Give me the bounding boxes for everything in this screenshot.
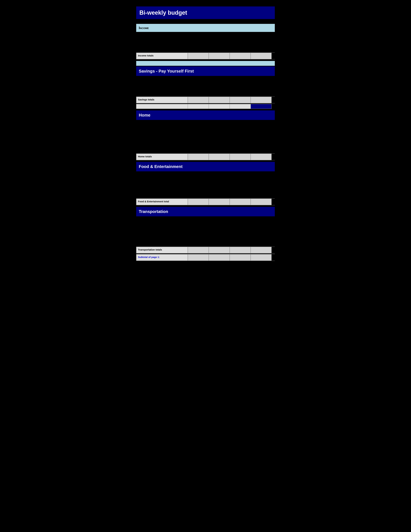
home-totals-row: Home totals — [136, 153, 275, 160]
savings-section: Savings - Pay Yourself First Savings tot… — [136, 61, 275, 109]
savings-totals-row: Savings totals — [136, 96, 275, 103]
income-totals-row: Income totals — [136, 53, 275, 59]
savings-gap-col5 — [251, 104, 271, 109]
main-title: Bi-weekly budget — [136, 6, 275, 19]
food-totals-col4 — [251, 199, 271, 205]
income-totals-label: Income totals — [136, 53, 188, 59]
transportation-totals-col3 — [230, 247, 251, 253]
food-section: Food & Entertainment Food & Entertainmen… — [136, 162, 275, 205]
home-totals-label: Home totals — [136, 154, 188, 160]
title-text: Bi-weekly budget — [140, 9, 187, 16]
food-totals-col2 — [209, 199, 230, 205]
savings-gap-row — [136, 104, 275, 109]
income-totals-col3 — [230, 53, 251, 59]
food-totals-col3 — [230, 199, 251, 205]
savings-gap-col1 — [136, 104, 188, 109]
savings-header: Savings - Pay Yourself First — [136, 66, 275, 76]
transportation-totals-col2 — [209, 247, 230, 253]
income-section: Income Income totals — [136, 24, 275, 59]
transportation-section: Transportation Transportation totals Sub… — [136, 207, 275, 261]
savings-totals-col3 — [230, 97, 251, 103]
savings-totals-col4 — [251, 97, 271, 103]
home-totals-col4 — [251, 154, 271, 160]
savings-gap-col4 — [230, 104, 251, 109]
savings-light-spacer — [136, 61, 275, 66]
subtotal-col1 — [188, 254, 209, 261]
food-totals-col1 — [188, 199, 209, 205]
food-totals-row: Food & Entertainment total — [136, 199, 275, 205]
savings-gap-col2 — [188, 104, 209, 109]
transportation-totals-row: Transportation totals — [136, 247, 275, 253]
home-totals-col3 — [230, 154, 251, 160]
home-section: Home Home totals — [136, 110, 275, 160]
income-totals-col1 — [188, 53, 209, 59]
savings-gap-col3 — [209, 104, 230, 109]
transportation-totals-label: Transportation totals — [136, 247, 188, 253]
food-totals-label: Food & Entertainment total — [136, 199, 188, 205]
income-totals-col4 — [251, 53, 271, 59]
savings-totals-col1 — [188, 97, 209, 103]
savings-totals-col2 — [209, 97, 230, 103]
subtotal-col3 — [230, 254, 251, 261]
transportation-empty-rows — [136, 218, 275, 247]
subtotal-label: Subtotal of page 1: — [136, 254, 188, 261]
home-totals-col1 — [188, 154, 209, 160]
food-empty-rows — [136, 173, 275, 199]
transportation-totals-col4 — [251, 247, 271, 253]
income-empty-rows — [136, 33, 275, 53]
subtotal-row: Subtotal of page 1: — [136, 254, 275, 261]
subtotal-col4 — [251, 254, 271, 261]
home-header: Home — [136, 110, 275, 120]
subtotal-col2 — [209, 254, 230, 261]
home-totals-col2 — [209, 154, 230, 160]
savings-totals-label: Savings totals — [136, 97, 188, 103]
transportation-header: Transportation — [136, 207, 275, 216]
savings-empty-rows — [136, 77, 275, 96]
food-header: Food & Entertainment — [136, 162, 275, 171]
home-empty-rows — [136, 121, 275, 153]
transportation-totals-col1 — [188, 247, 209, 253]
income-totals-col2 — [209, 53, 230, 59]
page-container: Bi-weekly budget Income Income totals Sa… — [136, 6, 275, 261]
income-header: Income — [136, 24, 275, 32]
